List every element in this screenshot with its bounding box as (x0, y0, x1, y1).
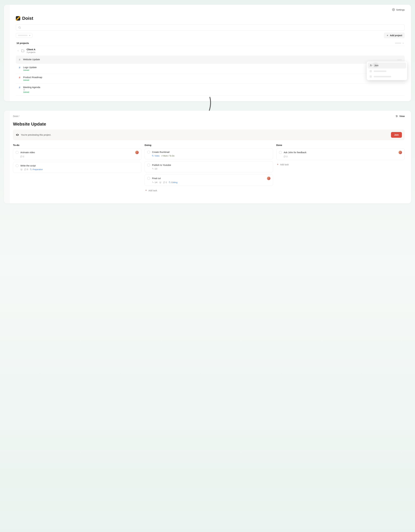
assignee-avatar (399, 151, 402, 154)
complete-checkbox[interactable] (147, 164, 150, 166)
joined-badge: Joined (23, 91, 404, 93)
task-meta: Video# Work / To Do (152, 155, 270, 157)
project-title: Website Update (13, 122, 405, 127)
complete-checkbox[interactable] (16, 164, 19, 167)
person-plus-icon (370, 64, 372, 67)
task-card[interactable]: Animate video 2 (13, 148, 141, 160)
svg-line-2 (20, 28, 20, 28)
workspace-window: Settings d Doist Add project 10 projects (4, 5, 411, 101)
task-title: Write the script (20, 164, 139, 167)
comment-count: 2 (163, 181, 167, 184)
add-project-button[interactable]: Add project (384, 33, 405, 38)
settings-button[interactable]: Settings (392, 8, 405, 11)
view-button[interactable]: View (396, 115, 405, 117)
plus-icon: + (277, 163, 279, 166)
task-label: # Work / To Do (162, 155, 174, 157)
sliders-icon (396, 115, 398, 117)
sidebar-stub (4, 111, 10, 203)
add-project-label: Add project (390, 34, 402, 37)
view-label: View (399, 115, 405, 117)
project-window: Doist / View Website Update You're previ… (4, 111, 411, 203)
project-name: Website Update (23, 58, 404, 61)
subtask-count: 1/4 (152, 181, 157, 184)
assignee-avatar (267, 177, 270, 180)
task-card[interactable]: Final cut 1/4 2 Editing (145, 174, 273, 186)
column-title: Done (276, 144, 405, 146)
complete-checkbox[interactable] (147, 151, 150, 153)
folder-row[interactable]: Client A 3 projects (16, 46, 405, 56)
eye-icon (16, 133, 19, 136)
project-row[interactable]: #Meeting AgendaJoined (16, 84, 405, 96)
add-task-button[interactable]: +Add task (276, 162, 405, 167)
svg-point-1 (19, 27, 20, 28)
filter-dropdown[interactable] (16, 33, 32, 38)
chevron-down-icon (402, 42, 404, 44)
plus-icon (386, 34, 389, 37)
add-task-label: Add task (148, 189, 157, 192)
preview-banner: You're previewing this project. Join (13, 130, 405, 140)
menu-item-join[interactable]: Join (368, 62, 406, 68)
board-column: To-doAnimate video 2Write the script 5 P… (13, 144, 141, 193)
project-row[interactable]: #Product RoadmapJoined (16, 74, 405, 84)
project-list: Client A 3 projects #Website Update○○○Jo… (16, 46, 405, 96)
sort-dropdown[interactable] (395, 42, 404, 44)
gear-icon (392, 8, 395, 11)
task-label: Preparation (30, 168, 43, 171)
lock-icon (23, 88, 404, 91)
workspace-name: Doist (22, 16, 33, 21)
project-row[interactable]: #Logo UpdateJoined (16, 64, 405, 74)
svg-point-15 (17, 134, 18, 135)
add-task-button[interactable]: +Add task (145, 188, 273, 193)
hash-icon: # (18, 86, 21, 89)
task-meta: 2 (284, 155, 402, 158)
project-row[interactable]: #Website Update○○○Join (16, 56, 405, 64)
project-name: Product Roadmap (23, 76, 404, 79)
task-meta: 2 (20, 155, 139, 158)
context-menu: Join (367, 61, 407, 80)
svg-point-24 (169, 182, 170, 182)
task-card[interactable]: Write the script 5 Preparation (13, 162, 141, 173)
task-title: Animate video (20, 151, 133, 154)
column-title: Doing (145, 144, 273, 146)
task-meta: 1/4 2 Editing (152, 181, 270, 184)
svg-point-12 (396, 115, 396, 116)
task-card[interactable]: Create thumbnail Video# Work / To Do (145, 148, 273, 159)
task-card[interactable]: Ask John for feedback 2 (276, 148, 405, 160)
workspace-logo: d (16, 16, 20, 20)
svg-point-5 (370, 65, 371, 66)
more-menu-button[interactable]: ○○○ (397, 59, 402, 61)
sort-placeholder (395, 43, 401, 44)
comment-count: 5 (24, 168, 28, 171)
hash-icon: # (18, 66, 21, 69)
board: To-doAnimate video 2Write the script 5 P… (13, 144, 405, 193)
hash-icon: # (18, 58, 21, 61)
chevron-down-icon (29, 34, 31, 36)
comment-count: 2 (20, 155, 24, 158)
menu-item-placeholder (368, 74, 406, 79)
subtask-count: 1/2 (152, 168, 157, 170)
complete-checkbox[interactable] (147, 177, 150, 180)
hash-icon: # (18, 76, 21, 79)
workspace-header: d Doist (16, 16, 405, 21)
complete-checkbox[interactable] (279, 151, 282, 154)
filter-placeholder (18, 35, 28, 36)
complete-checkbox[interactable] (16, 151, 19, 154)
joined-badge: Joined (23, 79, 404, 81)
task-card[interactable]: Publish to Youtube 1/2 (145, 161, 273, 172)
breadcrumb[interactable]: Doist / (13, 115, 19, 117)
svg-point-18 (153, 155, 153, 156)
folder-subtitle: 3 projects (27, 51, 404, 53)
menu-item-label: Join (374, 64, 378, 67)
project-name: Logo Update (23, 66, 404, 69)
folder-name: Client A (27, 48, 404, 51)
svg-rect-8 (24, 89, 25, 90)
svg-point-0 (393, 9, 394, 10)
joined-badge: Joined (23, 69, 404, 71)
task-title: Final cut (152, 177, 265, 180)
task-label: Video (152, 155, 160, 157)
menu-item-placeholder (368, 68, 406, 74)
plus-icon: + (145, 189, 147, 192)
add-task-label: Add task (280, 163, 289, 166)
search-input[interactable] (16, 24, 405, 31)
join-button[interactable]: Join (391, 132, 402, 138)
